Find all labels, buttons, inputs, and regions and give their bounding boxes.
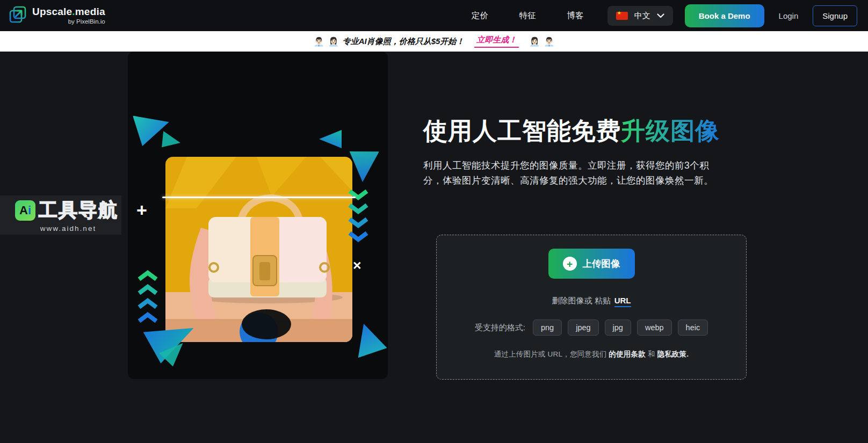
watermark-url: www.aidh.net [15, 224, 121, 233]
before-after-slider-line [162, 197, 356, 198]
nav-link-features[interactable]: 特征 [519, 10, 536, 21]
chevron-down-icon [657, 11, 664, 20]
woman-office-worker-emoji: 👩🏻‍💼 [529, 37, 540, 47]
brand-logo[interactable]: Upscale.media by PixelBin.io [8, 4, 105, 27]
terms-of-use-link[interactable]: 的使用条款 [609, 350, 646, 358]
format-chip-png[interactable]: png [533, 319, 562, 336]
top-navbar: Upscale.media by PixelBin.io 定价 特征 博客 中文… [0, 0, 868, 31]
login-link[interactable]: Login [779, 11, 799, 20]
language-selector[interactable]: 中文 [607, 6, 673, 26]
product-photo [165, 157, 352, 342]
chevrons-down-icon [347, 189, 370, 253]
upload-button-label: 上传图像 [583, 257, 620, 270]
upload-image-button[interactable]: + 上传图像 [548, 249, 635, 279]
triangle-decoration-icon [160, 131, 182, 151]
format-chip-jpeg[interactable]: jpeg [568, 319, 598, 336]
privacy-policy-link[interactable]: 隐私政策. [657, 350, 689, 358]
nav-link-pricing[interactable]: 定价 [472, 10, 488, 21]
announcement-bar: 👨🏻‍💼 👩🏻‍💼 专业AI肖像照，价格只从$5开始！ 立即生成！ 👩🏻‍💼 👨… [0, 31, 868, 52]
paste-url-hint: 删除图像或 粘贴URL [552, 296, 631, 306]
signup-button[interactable]: Signup [813, 5, 857, 26]
hero-description: 利用人工智能技术提升您的图像质量。立即注册，获得您的前3个积分，体验图片变清晰、… [423, 158, 723, 188]
triangle-decoration-icon [350, 324, 392, 367]
hero-section: + ✕ Ai 工具导航 www.aidh.net 使用人工智能免费升级图像 利用… [0, 52, 868, 443]
nav-link-blog[interactable]: 博客 [567, 10, 584, 21]
plus-icon: + [563, 257, 577, 271]
main-nav: 定价 特征 博客 [472, 10, 584, 21]
brand-name: Upscale.media [32, 6, 105, 17]
supported-formats: 受支持的格式: png jpeg jpg webp heic [475, 319, 708, 336]
url-link[interactable]: URL [614, 296, 631, 307]
man-office-worker-emoji: 👨🏻‍💼 [314, 37, 324, 47]
woman-office-worker-emoji: 👩🏻‍💼 [328, 37, 339, 47]
format-chip-jpg[interactable]: jpg [605, 319, 631, 336]
man-office-worker-emoji: 👨🏻‍💼 [544, 37, 554, 47]
upload-dropzone[interactable]: + 上传图像 删除图像或 粘贴URL 受支持的格式: png jpeg jpg … [436, 235, 747, 380]
language-label: 中文 [634, 11, 650, 21]
aidh-watermark: Ai 工具导航 www.aidh.net [0, 195, 121, 235]
close-marker-icon: ✕ [352, 260, 362, 271]
page-title: 使用人工智能免费升级图像 [423, 115, 720, 147]
format-chip-webp[interactable]: webp [637, 319, 672, 336]
demo-visual-panel: + ✕ [128, 52, 388, 379]
brand-byline: by PixelBin.io [68, 18, 105, 25]
china-flag-icon [616, 12, 628, 20]
formats-label: 受支持的格式: [475, 323, 525, 333]
generate-now-link[interactable]: 立即生成！ [474, 35, 519, 48]
format-chip-heic[interactable]: heic [678, 319, 708, 336]
book-demo-button[interactable]: Book a Demo [685, 4, 764, 27]
page-title-gradient: 升级图像 [621, 117, 720, 144]
chevrons-up-icon [136, 268, 159, 333]
announcement-text: 专业AI肖像照，价格只从$5开始！ [343, 37, 465, 47]
upscale-logo-icon [8, 4, 28, 27]
watermark-title: 工具导航 [39, 198, 118, 223]
plus-marker-icon: + [136, 201, 147, 219]
triangle-decoration-icon [319, 130, 342, 148]
terms-notice: 通过上传图片或 URL，您同意我们 的使用条款 和 隐私政策. [494, 350, 689, 359]
ai-badge-icon: Ai [15, 200, 35, 221]
